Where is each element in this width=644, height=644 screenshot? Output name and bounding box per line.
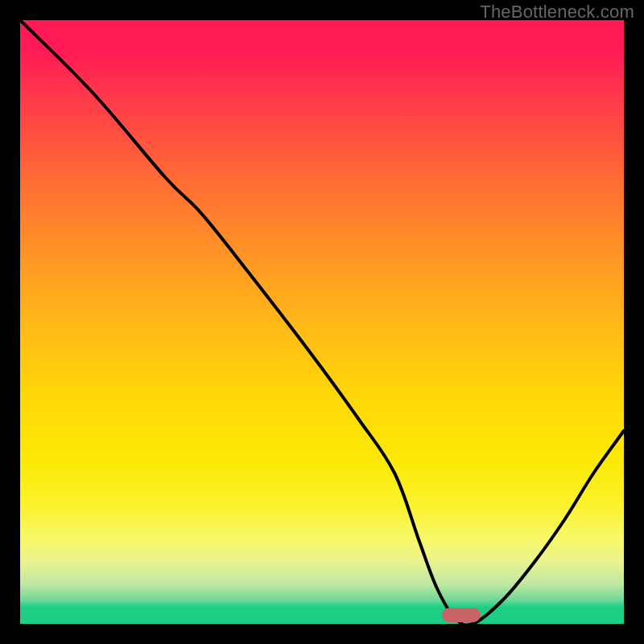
- optimum-marker: [442, 608, 481, 622]
- chart-frame: [0, 0, 644, 644]
- watermark: TheBottleneck.com: [480, 2, 634, 23]
- plot-area: [20, 20, 624, 624]
- curve-svg: [20, 20, 624, 624]
- bottleneck-curve-path: [20, 20, 624, 624]
